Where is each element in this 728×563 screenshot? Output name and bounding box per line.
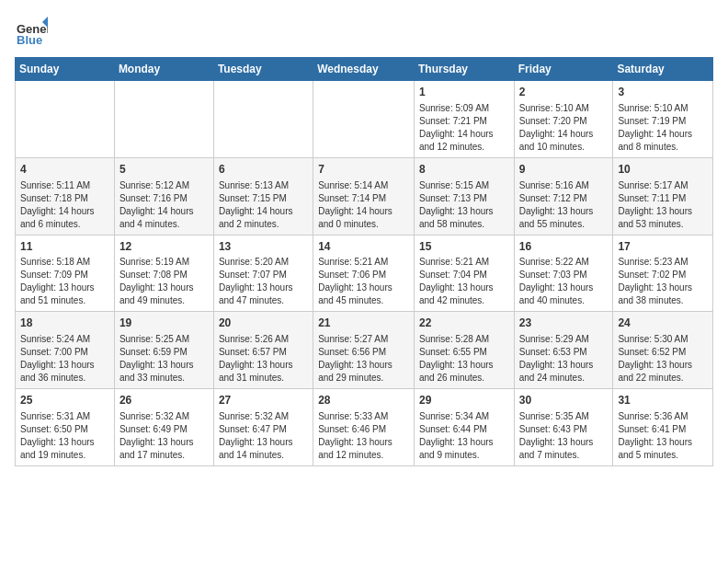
calendar-cell: 20Sunrise: 5:26 AM Sunset: 6:57 PM Dayli… [213, 312, 313, 389]
day-info: Sunrise: 5:22 AM Sunset: 7:03 PM Dayligh… [519, 257, 594, 305]
calendar-cell: 23Sunrise: 5:29 AM Sunset: 6:53 PM Dayli… [514, 312, 613, 389]
day-info: Sunrise: 5:35 AM Sunset: 6:43 PM Dayligh… [519, 411, 594, 460]
calendar-cell: 6Sunrise: 5:13 AM Sunset: 7:15 PM Daylig… [213, 157, 313, 235]
day-info: Sunrise: 5:17 AM Sunset: 7:11 PM Dayligh… [618, 180, 692, 229]
calendar-cell: 9Sunrise: 5:16 AM Sunset: 7:12 PM Daylig… [514, 157, 613, 235]
page-header: General Blue [15, 15, 713, 48]
weekday-header: Thursday [414, 58, 514, 81]
calendar-cell: 14Sunrise: 5:21 AM Sunset: 7:06 PM Dayli… [313, 235, 415, 312]
calendar-cell: 22Sunrise: 5:28 AM Sunset: 6:55 PM Dayli… [414, 312, 514, 389]
weekday-header: Saturday [613, 58, 713, 81]
day-number: 22 [419, 316, 509, 331]
day-number: 4 [20, 162, 109, 178]
day-number: 24 [618, 316, 708, 331]
calendar-cell: 28Sunrise: 5:33 AM Sunset: 6:46 PM Dayli… [313, 389, 415, 466]
day-number: 28 [318, 393, 409, 408]
calendar-table: SundayMondayTuesdayWednesdayThursdayFrid… [15, 57, 713, 466]
day-number: 20 [219, 316, 308, 331]
day-number: 15 [419, 239, 509, 255]
calendar-cell: 26Sunrise: 5:32 AM Sunset: 6:49 PM Dayli… [114, 389, 213, 466]
calendar-cell: 5Sunrise: 5:12 AM Sunset: 7:16 PM Daylig… [114, 157, 213, 235]
calendar-cell: 17Sunrise: 5:23 AM Sunset: 7:02 PM Dayli… [613, 235, 713, 312]
day-info: Sunrise: 5:21 AM Sunset: 7:06 PM Dayligh… [318, 257, 392, 305]
day-number: 1 [419, 85, 509, 100]
weekday-header: Wednesday [313, 58, 415, 81]
day-info: Sunrise: 5:14 AM Sunset: 7:14 PM Dayligh… [318, 180, 392, 229]
calendar-cell: 3Sunrise: 5:10 AM Sunset: 7:19 PM Daylig… [613, 81, 713, 158]
logo: General Blue [15, 15, 48, 48]
weekday-header: Friday [514, 58, 613, 81]
day-number: 23 [519, 316, 609, 331]
calendar-cell: 15Sunrise: 5:21 AM Sunset: 7:04 PM Dayli… [414, 235, 514, 312]
calendar-cell [16, 81, 115, 158]
day-number: 18 [20, 316, 109, 331]
day-info: Sunrise: 5:28 AM Sunset: 6:55 PM Dayligh… [419, 334, 494, 383]
calendar-cell: 21Sunrise: 5:27 AM Sunset: 6:56 PM Dayli… [313, 312, 415, 389]
day-number: 7 [318, 162, 409, 178]
weekday-header: Sunday [16, 58, 115, 81]
day-info: Sunrise: 5:25 AM Sunset: 6:59 PM Dayligh… [119, 334, 194, 383]
day-info: Sunrise: 5:34 AM Sunset: 6:44 PM Dayligh… [419, 411, 494, 460]
calendar-week-row: 1Sunrise: 5:09 AM Sunset: 7:21 PM Daylig… [16, 81, 713, 158]
calendar-cell: 29Sunrise: 5:34 AM Sunset: 6:44 PM Dayli… [414, 389, 514, 466]
day-number: 11 [20, 239, 109, 255]
day-info: Sunrise: 5:32 AM Sunset: 6:49 PM Dayligh… [119, 411, 194, 460]
day-info: Sunrise: 5:30 AM Sunset: 6:52 PM Dayligh… [618, 334, 692, 383]
svg-text:Blue: Blue [17, 33, 42, 47]
calendar-cell: 31Sunrise: 5:36 AM Sunset: 6:41 PM Dayli… [613, 389, 713, 466]
day-number: 12 [119, 239, 209, 255]
calendar-cell [114, 81, 213, 158]
day-info: Sunrise: 5:13 AM Sunset: 7:15 PM Dayligh… [219, 180, 293, 229]
day-info: Sunrise: 5:23 AM Sunset: 7:02 PM Dayligh… [618, 257, 692, 305]
day-number: 10 [618, 162, 708, 178]
calendar-cell: 27Sunrise: 5:32 AM Sunset: 6:47 PM Dayli… [213, 389, 313, 466]
day-info: Sunrise: 5:19 AM Sunset: 7:08 PM Dayligh… [119, 257, 194, 305]
day-info: Sunrise: 5:27 AM Sunset: 6:56 PM Dayligh… [318, 334, 392, 383]
day-info: Sunrise: 5:32 AM Sunset: 6:47 PM Dayligh… [219, 411, 293, 460]
weekday-header: Monday [114, 58, 213, 81]
day-number: 2 [519, 85, 609, 100]
day-number: 25 [20, 393, 109, 408]
day-info: Sunrise: 5:18 AM Sunset: 7:09 PM Dayligh… [20, 257, 95, 305]
day-number: 19 [119, 316, 209, 331]
day-number: 9 [519, 162, 609, 178]
day-number: 26 [119, 393, 209, 408]
calendar-cell: 12Sunrise: 5:19 AM Sunset: 7:08 PM Dayli… [114, 235, 213, 312]
calendar-cell: 4Sunrise: 5:11 AM Sunset: 7:18 PM Daylig… [16, 157, 115, 235]
calendar-cell: 25Sunrise: 5:31 AM Sunset: 6:50 PM Dayli… [16, 389, 115, 466]
calendar-cell [213, 81, 313, 158]
day-info: Sunrise: 5:31 AM Sunset: 6:50 PM Dayligh… [20, 411, 95, 460]
day-info: Sunrise: 5:36 AM Sunset: 6:41 PM Dayligh… [618, 411, 692, 460]
calendar-cell: 11Sunrise: 5:18 AM Sunset: 7:09 PM Dayli… [16, 235, 115, 312]
calendar-cell [313, 81, 415, 158]
calendar-week-row: 4Sunrise: 5:11 AM Sunset: 7:18 PM Daylig… [16, 157, 713, 235]
calendar-cell: 16Sunrise: 5:22 AM Sunset: 7:03 PM Dayli… [514, 235, 613, 312]
day-number: 14 [318, 239, 409, 255]
day-number: 30 [519, 393, 609, 408]
day-number: 21 [318, 316, 409, 331]
day-number: 6 [219, 162, 308, 178]
day-number: 8 [419, 162, 509, 178]
day-info: Sunrise: 5:16 AM Sunset: 7:12 PM Dayligh… [519, 180, 594, 229]
day-info: Sunrise: 5:10 AM Sunset: 7:19 PM Dayligh… [618, 103, 692, 152]
calendar-cell: 2Sunrise: 5:10 AM Sunset: 7:20 PM Daylig… [514, 81, 613, 158]
day-info: Sunrise: 5:12 AM Sunset: 7:16 PM Dayligh… [119, 180, 194, 229]
day-info: Sunrise: 5:11 AM Sunset: 7:18 PM Dayligh… [20, 180, 95, 229]
calendar-cell: 19Sunrise: 5:25 AM Sunset: 6:59 PM Dayli… [114, 312, 213, 389]
day-number: 27 [219, 393, 308, 408]
calendar-cell: 30Sunrise: 5:35 AM Sunset: 6:43 PM Dayli… [514, 389, 613, 466]
logo-icon: General Blue [15, 15, 48, 48]
calendar-cell: 13Sunrise: 5:20 AM Sunset: 7:07 PM Dayli… [213, 235, 313, 312]
calendar-cell: 10Sunrise: 5:17 AM Sunset: 7:11 PM Dayli… [613, 157, 713, 235]
calendar-cell: 18Sunrise: 5:24 AM Sunset: 7:00 PM Dayli… [16, 312, 115, 389]
day-info: Sunrise: 5:10 AM Sunset: 7:20 PM Dayligh… [519, 103, 594, 152]
day-info: Sunrise: 5:09 AM Sunset: 7:21 PM Dayligh… [419, 103, 494, 152]
day-number: 17 [618, 239, 708, 255]
calendar-cell: 7Sunrise: 5:14 AM Sunset: 7:14 PM Daylig… [313, 157, 415, 235]
calendar-cell: 1Sunrise: 5:09 AM Sunset: 7:21 PM Daylig… [414, 81, 514, 158]
day-info: Sunrise: 5:29 AM Sunset: 6:53 PM Dayligh… [519, 334, 594, 383]
day-number: 31 [618, 393, 708, 408]
day-number: 13 [219, 239, 308, 255]
calendar-week-row: 18Sunrise: 5:24 AM Sunset: 7:00 PM Dayli… [16, 312, 713, 389]
calendar-cell: 24Sunrise: 5:30 AM Sunset: 6:52 PM Dayli… [613, 312, 713, 389]
